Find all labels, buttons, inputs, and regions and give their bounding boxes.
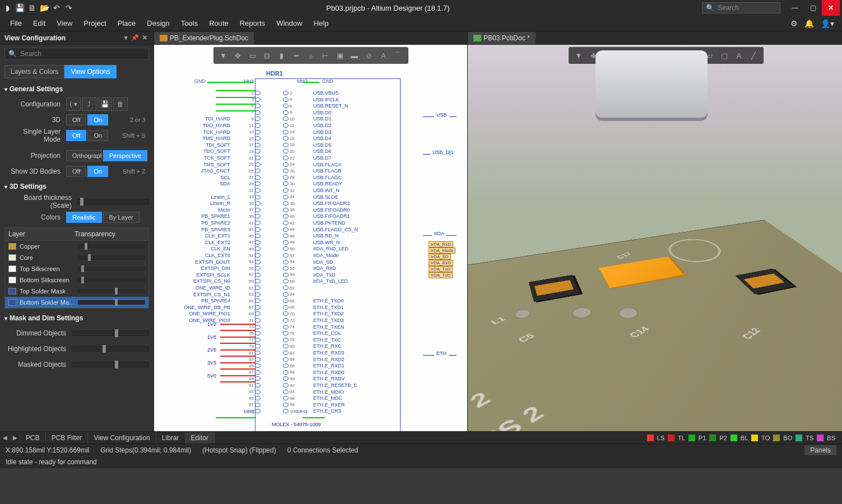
pin-row: TMS_SOFT2324USB.FLAGA: [165, 161, 467, 168]
layer-slider[interactable]: [78, 255, 145, 260]
projection-perspective-button[interactable]: Perspective: [103, 150, 147, 161]
view-configuration-panel: View Configuration ▾ 📌 ✕ 🔍 Search Layers…: [0, 31, 154, 431]
global-search[interactable]: 🔍 Search: [702, 2, 780, 13]
show3d-on-button[interactable]: On: [87, 166, 108, 177]
pcb-tab[interactable]: PB03.PcbDoc *: [468, 32, 536, 44]
tab-layers-colors[interactable]: Layers & Colors: [4, 65, 64, 78]
layer-swatch[interactable]: [647, 435, 654, 441]
tab-view-options[interactable]: View Options: [64, 65, 116, 78]
panel-search[interactable]: 🔍 Search: [4, 48, 149, 60]
layer-row[interactable]: Bottom Solder Ma...: [5, 297, 148, 308]
layer-label: TS: [806, 435, 813, 441]
menu-help[interactable]: Help: [308, 19, 334, 27]
show3d-off-button[interactable]: Off: [66, 166, 86, 177]
tab-librar[interactable]: Librar: [156, 432, 185, 444]
colors-realistic-button[interactable]: Realistic: [66, 212, 102, 223]
filter-icon[interactable]: ▼: [572, 49, 585, 62]
footprint-label: MOLEX - 54075-1009: [272, 422, 321, 427]
bell-icon[interactable]: 🔔: [801, 19, 817, 28]
layer-swatch[interactable]: [817, 435, 824, 441]
layer-swatch[interactable]: [668, 435, 674, 441]
layer-row[interactable]: Core: [5, 252, 148, 263]
layer-swatch[interactable]: [689, 435, 695, 441]
minimize-button[interactable]: —: [786, 0, 804, 16]
tab-view-config[interactable]: View Configuration: [88, 432, 156, 444]
menu-file[interactable]: File: [4, 19, 27, 27]
menu-project[interactable]: Project: [78, 19, 111, 27]
user-icon[interactable]: 👤▾: [817, 19, 838, 28]
menu-reports[interactable]: Reports: [234, 19, 271, 27]
save-all-icon[interactable]: 🗎: [27, 3, 37, 13]
layer-row[interactable]: Bottom Silkscreen: [5, 274, 148, 286]
menu-design[interactable]: Design: [141, 19, 175, 27]
layer-swatch[interactable]: [709, 435, 716, 441]
menu-edit[interactable]: Edit: [27, 19, 51, 27]
close-button[interactable]: ✕: [822, 0, 840, 16]
dimmed-slider[interactable]: [72, 330, 149, 336]
config-load-icon[interactable]: ⤴: [82, 97, 96, 111]
single-off-button[interactable]: Off: [66, 130, 86, 141]
layer-swatch[interactable]: [731, 435, 737, 441]
schematic-canvas[interactable]: ▼ ✥ ▭ ⊟ ▮ ━ ⏚ ⊢ ▣ ▬ ⊘ A ⌒ HDR1 MH1: [154, 45, 467, 431]
text-icon[interactable]: A: [732, 49, 746, 62]
layer-slider[interactable]: [78, 244, 145, 249]
layer-slider[interactable]: [78, 278, 145, 282]
nav-left-icon[interactable]: ◀: [0, 435, 10, 441]
layer-name: Bottom Solder Ma...: [20, 299, 76, 306]
redo-icon[interactable]: ↷: [64, 3, 74, 13]
pin-row: TCK_HARD1314USB.D3: [165, 129, 467, 136]
pcb-3d-canvas[interactable]: ▼✥ ▭▦ ▤〰 ⊙◉ ⊟▱ ▢A ╱ L1 C5: [468, 45, 842, 431]
menu-view[interactable]: View: [51, 19, 78, 27]
layer-swatch[interactable]: [773, 435, 780, 441]
section-3d[interactable]: 3D Settings: [0, 179, 153, 194]
panels-button[interactable]: Panels: [804, 445, 836, 455]
gear-icon[interactable]: ⚙: [787, 19, 801, 28]
layer-slider[interactable]: [78, 300, 145, 305]
menu-tools[interactable]: Tools: [175, 19, 203, 27]
save-icon[interactable]: 💾: [15, 3, 25, 13]
nav-right-icon[interactable]: ▶: [10, 435, 20, 441]
single-on-button[interactable]: On: [87, 130, 108, 141]
maximize-button[interactable]: ▢: [804, 0, 822, 16]
panel-dropdown-icon[interactable]: ▾: [123, 34, 129, 41]
menu-window[interactable]: Window: [271, 19, 308, 27]
schematic-tab[interactable]: PB_ExtenderPlug.SchDoc: [154, 32, 254, 44]
panel-close-icon[interactable]: ✕: [141, 34, 149, 41]
thickness-slider[interactable]: [77, 199, 149, 204]
menu-route[interactable]: Route: [203, 19, 234, 27]
config-dropdown[interactable]: ⟨ ▾: [66, 97, 81, 111]
tab-pcb[interactable]: PCB: [20, 432, 46, 444]
silk-c17: C17: [615, 251, 634, 260]
layer-swatch[interactable]: [751, 435, 758, 441]
panel-pin-icon[interactable]: 📌: [129, 34, 141, 41]
open-icon[interactable]: 📂: [39, 3, 49, 13]
tab-editor[interactable]: Editor: [185, 432, 215, 444]
search-placeholder: Search: [718, 4, 739, 12]
menu-place[interactable]: Place: [112, 19, 142, 27]
tab-pcb-filter[interactable]: PCB Filter: [46, 432, 89, 444]
masked-slider[interactable]: [72, 362, 149, 367]
layer-row[interactable]: Top Solder Mask: [5, 286, 148, 297]
line-icon[interactable]: ╱: [747, 49, 760, 62]
pin-row: 8586ETH.E_RXD1: [165, 362, 467, 369]
layer-swatch[interactable]: [796, 435, 802, 441]
highlighted-slider[interactable]: [72, 346, 149, 352]
3d-off-button[interactable]: Off: [66, 114, 86, 125]
layer-label: P1: [699, 435, 706, 441]
3d-on-button[interactable]: On: [87, 114, 108, 125]
component-ref: HDR1: [266, 70, 283, 77]
pin-row: EXTSPI_CS_N16364: [165, 291, 467, 298]
layer-slider[interactable]: [78, 267, 145, 271]
status-coords: X:890.158mil Y:1520.669mil: [6, 446, 89, 454]
layer-row[interactable]: Top Silkscreen: [5, 263, 148, 274]
undo-icon[interactable]: ↶: [52, 3, 62, 13]
config-delete-icon[interactable]: 🗑: [113, 97, 128, 111]
keep-icon[interactable]: ▢: [718, 49, 731, 62]
config-save-icon[interactable]: 💾: [97, 97, 112, 111]
layer-slider[interactable]: [78, 289, 145, 293]
section-mask[interactable]: Mask and Dim Settings: [0, 311, 153, 325]
projection-orthographic-button[interactable]: Orthographic: [66, 150, 102, 161]
layer-row[interactable]: Copper: [5, 241, 148, 252]
colors-bylayer-button[interactable]: By Layer: [103, 212, 139, 223]
section-general[interactable]: General Settings: [0, 82, 153, 96]
